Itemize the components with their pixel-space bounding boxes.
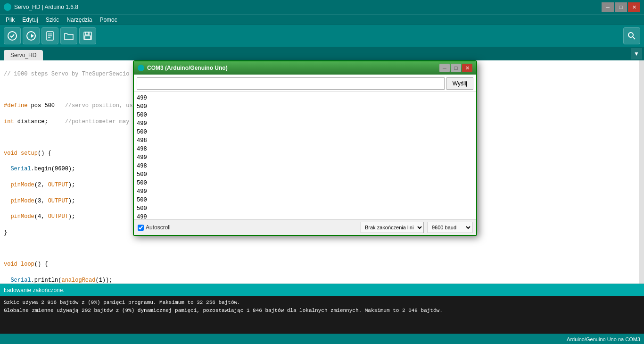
menu-bar: Plik Edytuj Szkic Narzędzia Pomoc (0, 14, 644, 25)
open-button[interactable] (60, 27, 77, 44)
board-info: Arduino/Genuino Uno na COM3 (567, 336, 640, 342)
toolbar (0, 25, 644, 47)
dialog-maximize-button[interactable]: □ (451, 64, 461, 72)
console-line-1: Szkic używa 2 916 bajtów z (9%) pamięci … (4, 299, 640, 307)
dialog-controls: ─ □ ✕ (439, 64, 472, 72)
tab-dropdown[interactable]: ▼ (631, 48, 642, 59)
bottom-bar: Arduino/Genuino Uno na COM3 (0, 334, 644, 344)
status-bar: Ładowanie zakończone. (0, 284, 644, 296)
minimize-button[interactable]: ─ (602, 2, 614, 12)
autoscroll-text: Autoscroll (146, 224, 171, 231)
serial-line-2: 500 (137, 102, 473, 111)
verify-button[interactable] (4, 27, 21, 44)
tab-bar: Servo_HD ▼ (0, 47, 644, 60)
new-button[interactable] (41, 27, 58, 44)
autoscroll-label[interactable]: Autoscroll (138, 224, 171, 231)
tab-servo-hd[interactable]: Servo_HD (4, 50, 43, 60)
dialog-title-left: COM3 (Arduino/Genuino Uno) (138, 65, 228, 71)
close-button[interactable]: ✕ (628, 2, 640, 12)
serial-input[interactable] (137, 77, 445, 90)
dialog-minimize-button[interactable]: ─ (439, 64, 450, 72)
search-button[interactable] (623, 27, 640, 44)
editor-scrollbar[interactable] (639, 60, 644, 284)
line-ending-select[interactable]: Brak zakończenia lini Nowa linia Powrót … (361, 222, 424, 233)
serial-line-14: 500 (137, 204, 473, 213)
svg-point-0 (8, 32, 17, 40)
serial-line-8: 499 (137, 153, 473, 162)
serial-line-3: 500 (137, 111, 473, 119)
serial-line-15: 499 (137, 213, 473, 219)
serial-output[interactable]: 499 500 500 499 500 498 498 499 498 500 … (134, 92, 476, 219)
autoscroll-checkbox[interactable] (138, 225, 144, 231)
send-button[interactable]: Wyślij (446, 77, 473, 90)
dialog-input-row: Wyślij (134, 75, 476, 92)
code-line-13: void loop() { (4, 260, 640, 268)
serial-line-5: 500 (137, 128, 473, 136)
svg-line-11 (633, 37, 635, 39)
upload-button[interactable] (23, 27, 40, 44)
svg-point-10 (628, 33, 633, 37)
menu-narzedzia[interactable]: Narzędzia (63, 16, 96, 24)
serial-monitor-dialog[interactable]: COM3 (Arduino/Genuino Uno) ─ □ ✕ Wyślij … (133, 60, 477, 236)
serial-line-7: 498 (137, 145, 473, 153)
serial-line-4: 499 (137, 119, 473, 128)
serial-line-10: 500 (137, 170, 473, 179)
title-bar: Servo_HD | Arduino 1.6.8 ─ □ ✕ (0, 0, 644, 14)
console-area: Szkic używa 2 916 bajtów z (9%) pamięci … (0, 296, 644, 334)
window-title: Servo_HD | Arduino 1.6.8 (14, 4, 78, 10)
app-icon (4, 3, 11, 11)
serial-line-12: 499 (137, 187, 473, 196)
status-message: Ładowanie zakończone. (4, 287, 65, 294)
serial-line-11: 500 (137, 179, 473, 187)
dialog-footer: Autoscroll Brak zakończenia lini Nowa li… (134, 219, 476, 235)
title-bar-controls: ─ □ ✕ (602, 2, 640, 12)
baud-rate-select[interactable]: 300 baud 1200 baud 2400 baud 4800 baud 9… (428, 222, 472, 233)
serial-line-13: 500 (137, 196, 473, 204)
svg-rect-7 (85, 32, 89, 35)
console-line-2: Globalne zmienne używają 202 bajtów z (9… (4, 307, 640, 315)
dialog-title: COM3 (Arduino/Genuino Uno) (147, 65, 228, 71)
tab-label: Servo_HD (10, 52, 36, 59)
svg-rect-8 (85, 36, 91, 39)
code-line-14: Serial.println(analogRead(1)); (4, 277, 640, 284)
menu-edytuj[interactable]: Edytuj (18, 16, 41, 24)
save-button[interactable] (79, 27, 96, 44)
title-bar-left: Servo_HD | Arduino 1.6.8 (4, 3, 78, 11)
serial-line-6: 498 (137, 136, 473, 145)
menu-pomoc[interactable]: Pomoc (96, 16, 121, 24)
menu-plik[interactable]: Plik (2, 16, 18, 24)
serial-line-9: 498 (137, 162, 473, 170)
code-line-12 (4, 244, 640, 252)
maximize-button[interactable]: □ (615, 2, 627, 12)
dialog-titlebar: COM3 (Arduino/Genuino Uno) ─ □ ✕ (134, 61, 476, 75)
dialog-close-button[interactable]: ✕ (462, 64, 472, 72)
serial-line-1: 499 (137, 94, 473, 102)
toolbar-right (623, 27, 640, 44)
menu-szkic[interactable]: Szkic (42, 16, 63, 24)
dialog-icon (138, 65, 144, 71)
